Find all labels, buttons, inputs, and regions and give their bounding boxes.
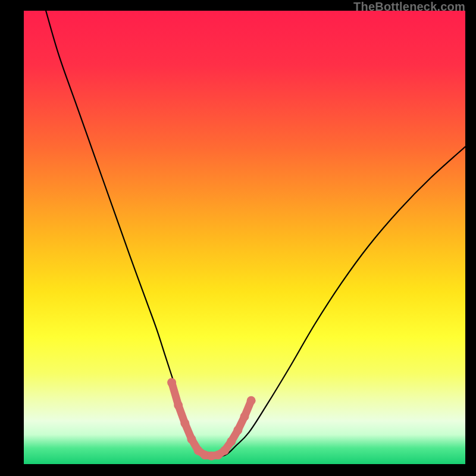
attribution-label: TheBottleneck.com (353, 0, 465, 14)
chart-frame: TheBottleneck.com (0, 0, 476, 476)
highlight-marker (227, 437, 236, 446)
highlight-marker (174, 400, 183, 409)
highlight-marker (167, 378, 176, 387)
highlight-marker (187, 435, 196, 444)
bottleneck-curve (46, 11, 465, 457)
curve-layer (24, 11, 465, 464)
highlight-marker (220, 446, 229, 455)
highlight-marker (180, 419, 189, 428)
highlight-markers (167, 378, 256, 460)
highlight-marker (233, 425, 242, 434)
plot-area (24, 11, 465, 464)
highlight-marker (247, 396, 256, 405)
highlight-marker (240, 412, 249, 421)
